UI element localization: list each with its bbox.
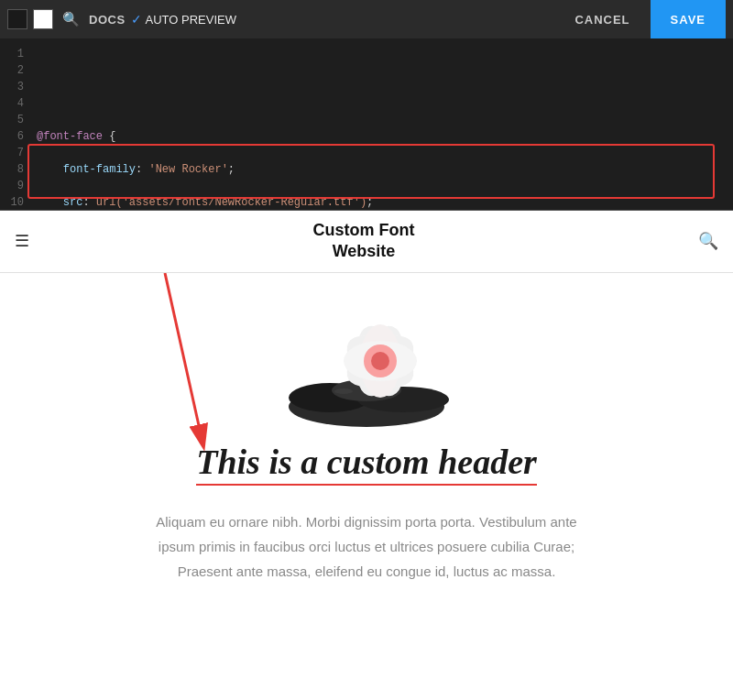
color-swatch-white[interactable] [33,9,53,29]
preview-nav: ☰ Custom Font Website 🔍 [0,211,733,273]
auto-preview-label: AUTO PREVIEW [146,13,236,27]
preview-site-title: Custom Font Website [29,220,698,263]
code-line: src: url('assets/fonts/NewRocker-Regular… [37,194,726,211]
zen-stones-image [238,288,495,434]
code-line: @font-face { [37,128,726,145]
code-line: font-family: 'New Rocker'; [37,161,726,178]
custom-header-text: This is a custom header [196,442,537,486]
save-button[interactable]: SAVE [651,0,726,38]
svg-point-4 [334,388,353,394]
code-line [37,95,726,112]
preview-area: ☰ Custom Font Website 🔍 [0,211,733,700]
code-lines: 1 2 3 4 5 6 7 8 9 10 11 @font-face { fon… [0,46,733,202]
code-content[interactable]: @font-face { font-family: 'New Rocker'; … [29,46,733,202]
hamburger-menu-icon[interactable]: ☰ [15,231,29,251]
toolbar: 🔍 DOCS ✓ AUTO PREVIEW CANCEL SAVE [0,0,733,38]
code-editor[interactable]: 1 2 3 4 5 6 7 8 9 10 11 @font-face { fon… [0,38,733,211]
red-arrow [119,273,247,456]
site-title-line2: Website [333,242,396,260]
svg-line-14 [165,273,202,438]
preview-content: This is a custom header Aliquam eu ornar… [0,273,733,584]
search-icon[interactable]: 🔍 [59,9,83,29]
code-line [37,62,726,79]
site-title-line1: Custom Font [313,221,415,239]
preview-search-icon[interactable]: 🔍 [698,231,718,251]
auto-preview-toggle[interactable]: ✓ AUTO PREVIEW [131,12,236,27]
custom-header-wrapper: This is a custom header [37,442,696,500]
line-numbers: 1 2 3 4 5 6 7 8 9 10 11 [0,46,29,202]
docs-button[interactable]: DOCS [89,13,126,27]
preview-image-area [37,273,696,442]
preview-body-text: Aliquam eu ornare nibh. Morbi dignissim … [137,509,596,584]
cancel-button[interactable]: CANCEL [560,9,644,30]
color-swatch-black[interactable] [7,9,27,29]
checkmark-icon: ✓ [131,12,142,27]
svg-point-12 [371,352,389,370]
